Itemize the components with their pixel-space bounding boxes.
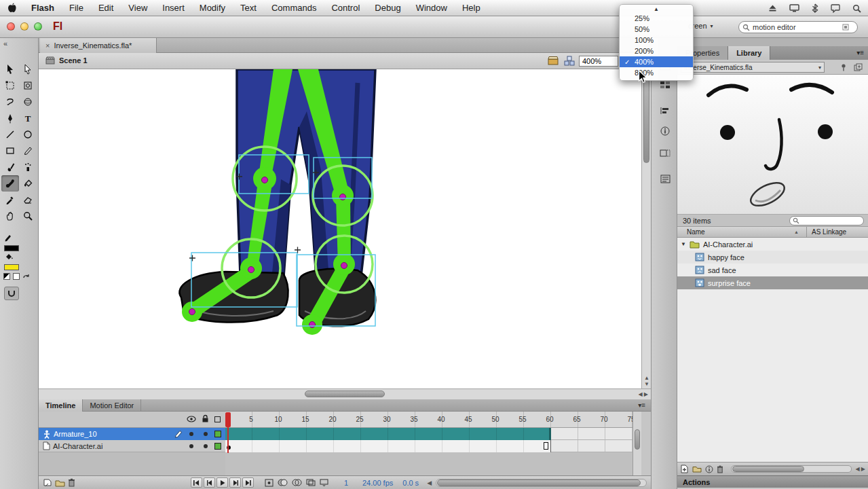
menu-item-flash[interactable]: Flash — [24, 0, 62, 16]
library-item-happy-face[interactable]: happy face — [677, 251, 868, 264]
eraser-tool[interactable] — [19, 192, 37, 208]
horizontal-scroll-arrows[interactable]: ◀ ▶ — [638, 391, 648, 397]
modify-markers-icon[interactable] — [320, 479, 328, 486]
subselection-tool[interactable] — [19, 61, 37, 77]
text-tool[interactable]: T — [19, 110, 37, 126]
edit-multiple-frames-icon[interactable] — [306, 479, 316, 486]
menu-item-commands[interactable]: Commands — [264, 0, 324, 16]
menu-item-text[interactable]: Text — [233, 0, 264, 16]
onion-skin-outlines-icon[interactable] — [292, 479, 302, 486]
lock-layers-icon[interactable] — [202, 414, 209, 423]
selection-tool[interactable] — [1, 61, 19, 77]
tab-motion-editor[interactable]: Motion Editor — [83, 399, 141, 412]
zoom-option-400[interactable]: ✓400% — [620, 56, 693, 67]
bluetooth-icon[interactable] — [812, 3, 818, 13]
zoom-level-combobox[interactable] — [579, 56, 618, 67]
hand-tool[interactable] — [1, 208, 19, 224]
timeline-vertical-scrollbar[interactable] — [633, 412, 641, 475]
zoom-level-input[interactable] — [580, 56, 618, 66]
timeline-vscroll-thumb[interactable] — [635, 429, 640, 450]
timeline-scroll-left-arrow[interactable]: ◀ — [427, 479, 432, 486]
stroke-color-swatch[interactable] — [4, 245, 19, 251]
character-artwork[interactable] — [154, 69, 385, 388]
edit-scene-button[interactable] — [548, 56, 559, 66]
rectangle-tool[interactable] — [1, 143, 19, 159]
layer-outline-color-chip[interactable] — [214, 443, 221, 450]
static-frame-span[interactable] — [225, 440, 551, 452]
layer-visibility-dot[interactable] — [189, 432, 193, 436]
frame-rate-value[interactable]: 24.00 fps — [362, 479, 393, 487]
menu-item-modify[interactable]: Modify — [192, 0, 233, 16]
menu-item-file[interactable]: File — [62, 0, 91, 16]
library-list-background[interactable] — [677, 289, 868, 462]
tab-library[interactable]: Library — [728, 46, 770, 60]
library-scroll-arrows[interactable]: ◀ ▶ — [855, 466, 865, 472]
layer-row-armature[interactable]: Armature_10 — [39, 428, 225, 440]
pen-tool[interactable] — [1, 110, 19, 126]
layer-row-ai-character[interactable]: AI-Character.ai — [39, 440, 225, 452]
eject-icon[interactable] — [768, 4, 777, 12]
gradient-transform-tool[interactable] — [19, 77, 37, 94]
search-filter-icon[interactable] — [842, 24, 849, 31]
sort-order-icon[interactable]: ▲ — [794, 230, 799, 234]
layer-outline-color-chip[interactable] — [214, 431, 221, 437]
menu-item-debug[interactable]: Debug — [367, 0, 408, 16]
bone-tool[interactable] — [1, 175, 19, 192]
pencil-tool[interactable] — [19, 143, 37, 159]
layer-lock-dot[interactable] — [204, 432, 208, 436]
stage-horizontal-scrollbar[interactable]: ◀ ▶ — [39, 388, 651, 399]
onion-skin-icon[interactable] — [278, 479, 288, 486]
layer-visibility-dot[interactable] — [189, 444, 193, 448]
column-as-linkage[interactable]: AS Linkage — [812, 228, 846, 236]
menu-item-view[interactable]: View — [121, 0, 155, 16]
panel-menu-icon[interactable]: ▾≡ — [638, 401, 645, 409]
library-search-field[interactable] — [789, 216, 864, 225]
menu-scroll-up-icon[interactable]: ▲ — [620, 5, 693, 13]
menu-item-help[interactable]: Help — [455, 0, 488, 16]
zoom-option-800[interactable]: 800% — [620, 67, 693, 78]
playhead-marker[interactable] — [225, 412, 231, 427]
stage-canvas[interactable] — [39, 69, 641, 388]
horizontal-scroll-thumb[interactable] — [305, 391, 385, 397]
zoom-option-25[interactable]: 25% — [620, 13, 693, 24]
library-item-surprise-face[interactable]: surprise face — [677, 276, 868, 289]
menu-item-window[interactable]: Window — [409, 0, 455, 16]
menu-item-edit[interactable]: Edit — [91, 0, 121, 16]
apple-menu-icon[interactable] — [0, 0, 24, 16]
close-tab-icon[interactable]: × — [45, 41, 50, 50]
actions-panel-bar[interactable]: Actions — [677, 475, 868, 488]
disclosure-triangle-icon[interactable]: ▼ — [681, 241, 686, 247]
panel-menu-icon[interactable]: ▾≡ — [856, 49, 864, 56]
timeline-frames-area[interactable]: 5 10 15 20 25 30 35 40 45 50 55 60 65 70… — [225, 412, 641, 475]
library-document-selector[interactable]: Inverse_Kinematics.fla ▾ — [681, 62, 825, 73]
new-symbol-icon[interactable] — [680, 465, 689, 473]
delete-layer-icon[interactable] — [68, 478, 75, 487]
align-panel-icon[interactable] — [657, 103, 673, 118]
fill-color-control[interactable] — [4, 253, 19, 273]
minimize-window-button[interactable] — [20, 22, 29, 31]
window-title-bar[interactable]: Fl creen ▾ — [0, 16, 868, 38]
transform-panel-icon[interactable] — [657, 145, 673, 160]
vertical-scroll-thumb[interactable] — [643, 75, 649, 163]
paint-bucket-tool[interactable] — [19, 175, 37, 192]
menu-item-insert[interactable]: Insert — [155, 0, 192, 16]
collapse-panel-icon[interactable]: « — [3, 39, 7, 48]
menu-item-control[interactable]: Control — [324, 0, 367, 16]
delete-item-icon[interactable] — [717, 465, 723, 473]
go-to-last-frame-button[interactable] — [242, 477, 254, 488]
library-horizontal-scrollbar[interactable] — [731, 465, 852, 473]
library-column-headers[interactable]: Name ▲ AS Linkage — [677, 227, 868, 238]
tab-timeline[interactable]: Timeline — [39, 399, 83, 412]
center-frame-icon[interactable] — [265, 479, 273, 487]
3d-rotation-tool[interactable] — [19, 94, 37, 110]
document-tab[interactable]: × Inverse_Kinematics.fla* — [40, 38, 157, 53]
layer-lock-dot[interactable] — [204, 444, 208, 448]
zoom-tool[interactable] — [19, 208, 37, 224]
zoom-option-50[interactable]: 50% — [620, 24, 693, 35]
search-input[interactable] — [753, 23, 839, 31]
frames-row-ai-character[interactable] — [225, 440, 641, 452]
column-name[interactable]: Name — [677, 228, 705, 236]
library-item-sad-face[interactable]: sad face — [677, 264, 868, 276]
new-library-panel-icon[interactable] — [854, 63, 863, 71]
zoom-window-button[interactable] — [34, 22, 42, 31]
